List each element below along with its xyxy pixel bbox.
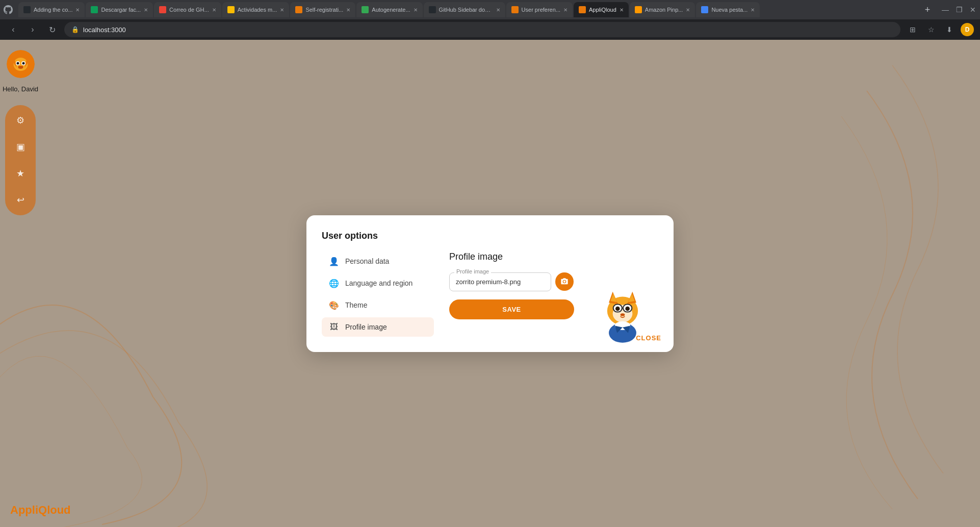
tab-t10[interactable]: Amazon Pinp...✕ bbox=[630, 2, 695, 17]
svg-point-21 bbox=[615, 306, 620, 311]
modal-nav-profile-image[interactable]: 🖼 Profile image bbox=[322, 317, 434, 337]
tab-t1[interactable]: Adding the co...✕ bbox=[18, 2, 85, 17]
person-icon: 👤 bbox=[329, 257, 339, 266]
profile-input-wrapper: Profile image bbox=[449, 272, 574, 291]
svg-point-23 bbox=[621, 313, 625, 316]
tab-close-t6[interactable]: ✕ bbox=[414, 7, 418, 13]
modal-nav-language[interactable]: 🌐 Language and region bbox=[322, 273, 434, 293]
address-bar: ‹ › ↻ 🔒 localhost:3000 ⊞ ☆ ⬇ D bbox=[0, 19, 980, 40]
tab-t4[interactable]: Actividades m...✕ bbox=[222, 2, 290, 17]
profile-image-form: Profile image bbox=[449, 272, 574, 319]
logo-highlight: Q bbox=[38, 504, 47, 516]
tab-t7[interactable]: GitHub Sidebar does...✕ bbox=[424, 2, 505, 17]
modal-nav-language-label: Language and region bbox=[345, 279, 412, 287]
tab-close-t5[interactable]: ✕ bbox=[346, 7, 350, 13]
tab-title-t5: Self-registrati... bbox=[305, 7, 343, 13]
tab-favicon-t6 bbox=[362, 6, 369, 13]
tab-close-t1[interactable]: ✕ bbox=[75, 7, 80, 13]
back-button[interactable]: ‹ bbox=[6, 22, 20, 37]
tab-favicon-t10 bbox=[635, 6, 642, 13]
lock-icon: 🔒 bbox=[71, 26, 79, 33]
close-button[interactable]: CLOSE bbox=[636, 334, 661, 342]
tab-t6[interactable]: Autogenerate...✕ bbox=[356, 2, 422, 17]
profile-image-input[interactable] bbox=[449, 272, 551, 291]
tab-close-t3[interactable]: ✕ bbox=[212, 7, 216, 13]
tab-t2[interactable]: Descargar fac...✕ bbox=[86, 2, 153, 17]
tab-title-t10: Amazon Pinp... bbox=[645, 7, 683, 13]
tab-favicon-t11 bbox=[701, 6, 708, 13]
tab-t11[interactable]: Nueva pesta...✕ bbox=[696, 2, 760, 17]
tab-favicon-t1 bbox=[23, 6, 31, 13]
profile-image-preview bbox=[589, 272, 651, 334]
maximize-button[interactable]: ❐ bbox=[954, 4, 965, 16]
tab-t5[interactable]: Self-registrati...✕ bbox=[290, 2, 355, 17]
tab-title-t7: GitHub Sidebar does... bbox=[439, 7, 493, 13]
tab-favicon-t4 bbox=[227, 6, 235, 13]
browser-logo-icon bbox=[2, 4, 14, 16]
minimize-button[interactable]: — bbox=[940, 4, 951, 16]
tab-close-t8[interactable]: ✕ bbox=[563, 7, 568, 13]
url-text: localhost:3000 bbox=[83, 26, 126, 34]
tab-favicon-t3 bbox=[159, 6, 166, 13]
tab-title-t6: Autogenerate... bbox=[372, 7, 410, 13]
input-group: Profile image bbox=[449, 272, 551, 291]
tab-close-t11[interactable]: ✕ bbox=[751, 7, 755, 13]
tab-title-t9: AppliQloud bbox=[589, 7, 616, 13]
app-background: Hello, David ⚙ ▣ ★ ↩ User options 👤 Pers… bbox=[0, 40, 980, 527]
theme-icon: 🎨 bbox=[329, 300, 339, 310]
camera-icon bbox=[560, 278, 569, 286]
translate-button[interactable]: ⊞ bbox=[906, 22, 920, 37]
tab-bar: Adding the co...✕Descargar fac...✕Correo… bbox=[0, 0, 980, 19]
tab-close-t4[interactable]: ✕ bbox=[280, 7, 284, 13]
modal-body: 👤 Personal data 🌐 Language and region 🎨 … bbox=[322, 252, 658, 337]
tab-t3[interactable]: Correo de GH...✕ bbox=[154, 2, 221, 17]
modal-nav-personal[interactable]: 👤 Personal data bbox=[322, 252, 434, 271]
tab-title-t11: Nueva pesta... bbox=[711, 7, 747, 13]
profile-button[interactable]: D bbox=[961, 23, 974, 36]
modal-nav: 👤 Personal data 🌐 Language and region 🎨 … bbox=[322, 252, 434, 337]
new-tab-button[interactable]: + bbox=[920, 3, 935, 17]
tab-title-t1: Adding the co... bbox=[34, 7, 72, 13]
modal-nav-theme[interactable]: 🎨 Theme bbox=[322, 295, 434, 315]
forward-button[interactable]: › bbox=[25, 22, 40, 37]
camera-button[interactable] bbox=[555, 272, 574, 291]
tab-title-t3: Correo de GH... bbox=[169, 7, 209, 13]
app-logo: AppliQloud bbox=[10, 504, 71, 517]
tabs-container: Adding the co...✕Descargar fac...✕Correo… bbox=[18, 2, 917, 17]
modal-dialog: User options 👤 Personal data 🌐 Language … bbox=[306, 215, 674, 352]
bookmark-button[interactable]: ☆ bbox=[924, 22, 938, 37]
tab-close-t10[interactable]: ✕ bbox=[686, 7, 690, 13]
tab-close-t2[interactable]: ✕ bbox=[144, 7, 148, 13]
tab-favicon-t2 bbox=[91, 6, 98, 13]
tab-close-t7[interactable]: ✕ bbox=[496, 7, 500, 13]
logo-prefix: Appli bbox=[10, 504, 38, 516]
content-title: Profile image bbox=[449, 252, 658, 262]
tab-favicon-t5 bbox=[295, 6, 302, 13]
image-icon: 🖼 bbox=[329, 322, 339, 332]
fox-illustration-icon bbox=[589, 272, 656, 344]
tab-favicon-t7 bbox=[429, 6, 436, 13]
tab-favicon-t8 bbox=[511, 6, 519, 13]
logo-suffix: loud bbox=[47, 504, 70, 516]
modal-overlay: User options 👤 Personal data 🌐 Language … bbox=[0, 40, 980, 527]
save-button[interactable]: SAVE bbox=[449, 299, 574, 319]
refresh-button[interactable]: ↻ bbox=[45, 22, 59, 37]
svg-point-22 bbox=[625, 306, 630, 311]
browser-chrome: Adding the co...✕Descargar fac...✕Correo… bbox=[0, 0, 980, 40]
input-float-label: Profile image bbox=[454, 268, 491, 274]
modal-nav-theme-label: Theme bbox=[345, 301, 368, 309]
tab-title-t4: Actividades m... bbox=[238, 7, 277, 13]
url-bar[interactable]: 🔒 localhost:3000 bbox=[64, 22, 900, 37]
tab-t8[interactable]: User preferen...✕ bbox=[506, 2, 573, 17]
tab-close-t9[interactable]: ✕ bbox=[620, 7, 624, 13]
language-icon: 🌐 bbox=[329, 279, 339, 288]
modal-nav-personal-label: Personal data bbox=[345, 257, 389, 265]
tab-title-t8: User preferen... bbox=[522, 7, 560, 13]
modal-title: User options bbox=[322, 231, 658, 241]
tab-favicon-t9 bbox=[579, 6, 586, 13]
tab-t9[interactable]: AppliQloud✕ bbox=[574, 2, 629, 17]
download-button[interactable]: ⬇ bbox=[942, 22, 957, 37]
profile-image-section: Profile image bbox=[449, 272, 658, 334]
close-window-button[interactable]: ✕ bbox=[968, 4, 978, 16]
address-actions: ⊞ ☆ ⬇ D bbox=[906, 22, 974, 37]
